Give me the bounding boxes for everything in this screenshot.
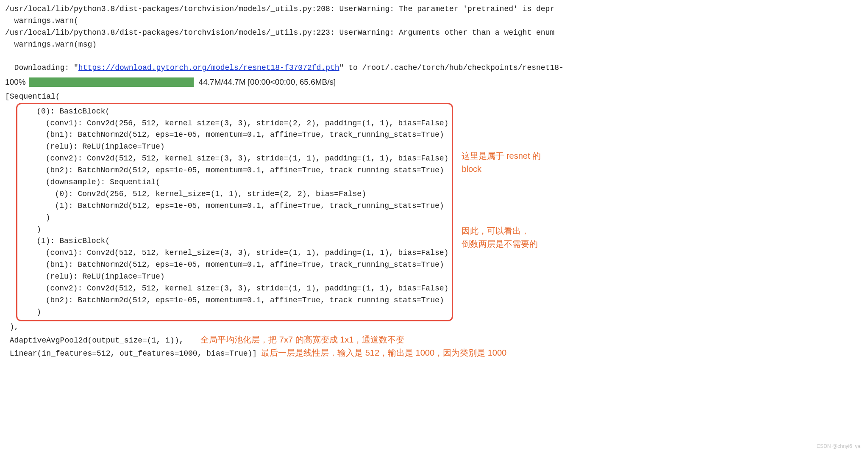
code-line: (relu): ReLU(inplace=True): [18, 271, 448, 283]
download-prefix: Downloading: ": [14, 64, 78, 72]
annotation-linear: 最后一层是线性层，输入是 512，输出是 1000，因为类别是 1000: [261, 346, 506, 359]
warning-line-2: /usr/local/lib/python3.8/dist-packages/t…: [5, 27, 863, 39]
code-line: (bn1): BatchNorm2d(512, eps=1e-05, momen…: [18, 129, 448, 141]
annotation-avgpool: 全局平均池化层，把 7x7 的高宽变成 1x1，通道数不变: [200, 333, 404, 346]
side-annotations: 这里是属于 resnet 的 block 因此，可以看出， 倒数两层是不需要的: [462, 103, 541, 251]
progress-bar: [29, 77, 194, 87]
annotation-resnet-block: 这里是属于 resnet 的 block: [462, 149, 541, 176]
download-line: Downloading: "https://download.pytorch.o…: [5, 51, 863, 75]
linear-line: Linear(in_features=512, out_features=100…: [5, 348, 257, 360]
code-line: ): [18, 224, 448, 236]
warning-line-2-cont: warnings.warn(msg): [5, 39, 863, 51]
code-line: (conv1): Conv2d(512, 512, kernel_size=(3…: [18, 247, 448, 259]
sequential-close: ),: [5, 321, 863, 333]
code-line: ): [18, 212, 448, 224]
annotation-last-layers: 因此，可以看出， 倒数两层是不需要的: [462, 224, 541, 251]
highlighted-block: (0): BasicBlock( (conv1): Conv2d(256, 51…: [16, 103, 453, 321]
code-line: (relu): ReLU(inplace=True): [18, 141, 448, 153]
sequential-open: [Sequential(: [5, 91, 863, 103]
code-line: (downsample): Sequential(: [18, 177, 448, 188]
code-line: (conv1): Conv2d(256, 512, kernel_size=(3…: [18, 118, 448, 130]
download-suffix: " to /root/.cache/torch/hub/checkpoints/…: [339, 64, 564, 72]
code-line: (conv2): Conv2d(512, 512, kernel_size=(3…: [18, 153, 448, 165]
progress-percent: 100%: [5, 76, 26, 88]
progress-stats: 44.7M/44.7M [00:00<00:00, 65.6MB/s]: [199, 76, 336, 88]
progress-row: 100% 44.7M/44.7M [00:00<00:00, 65.6MB/s]: [5, 76, 863, 88]
code-line: (1): BatchNorm2d(512, eps=1e-05, momentu…: [18, 200, 448, 212]
code-line: (conv2): Conv2d(512, 512, kernel_size=(3…: [18, 283, 448, 295]
code-line: (0): Conv2d(256, 512, kernel_size=(1, 1)…: [18, 188, 448, 200]
code-line: ): [18, 307, 448, 318]
code-line: (bn2): BatchNorm2d(512, eps=1e-05, momen…: [18, 165, 448, 177]
warning-line-1: /usr/local/lib/python3.8/dist-packages/t…: [5, 3, 863, 15]
code-line: (bn2): BatchNorm2d(512, eps=1e-05, momen…: [18, 295, 448, 307]
code-line: (0): BasicBlock(: [18, 106, 448, 118]
code-line: (bn1): BatchNorm2d(512, eps=1e-05, momen…: [18, 259, 448, 271]
code-line: (1): BasicBlock(: [18, 235, 448, 247]
avgpool-line: AdaptiveAvgPool2d(output_size=(1, 1)),: [5, 335, 184, 347]
warning-line-1-cont: warnings.warn(: [5, 15, 863, 27]
download-url-link[interactable]: https://download.pytorch.org/models/resn…: [78, 64, 339, 72]
